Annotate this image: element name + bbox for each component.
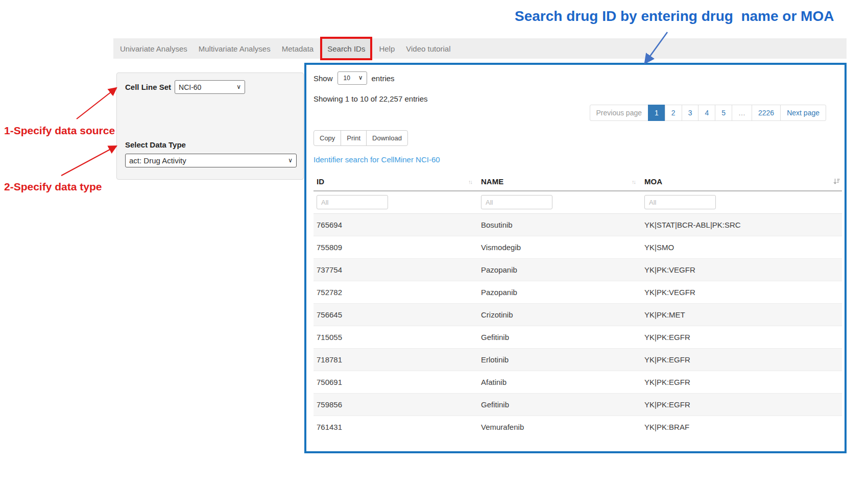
cell-id: 750691 (314, 371, 478, 393)
cell-id: 752782 (314, 281, 478, 303)
cell-name: Gefitinib (478, 393, 641, 416)
nav-tab-univariate-analyses[interactable]: Univariate Analyses (114, 38, 193, 59)
cell-line-set-field: Cell Line Set NCI-60 (125, 80, 245, 94)
cell-name: Vismodegib (478, 236, 641, 258)
filter-cell-moa (641, 191, 842, 213)
cell-name: Crizotinib (478, 303, 641, 326)
nav-tab-metadata[interactable]: Metadata (276, 38, 320, 59)
annotation-step2: 2-Specify data type (4, 181, 102, 193)
table-row[interactable]: 755809VismodegibYK|SMO (314, 236, 842, 258)
pagination-ellipsis: … (732, 105, 752, 121)
data-type-select[interactable]: act: Drug Activity (125, 154, 297, 167)
table-row[interactable]: 715055GefitinibYK|PK:EGFR (314, 326, 842, 348)
table-header-row: ID↑↓NAME↑↓MOA (314, 172, 842, 191)
column-header-moa[interactable]: MOA (641, 172, 842, 191)
pagination-next-button[interactable]: Next page (780, 105, 826, 121)
cell-line-set-select-wrap: NCI-60 (175, 80, 245, 94)
table-row[interactable]: 765694BosutinibYK|STAT|BCR-ABL|PK:SRC (314, 213, 842, 236)
cell-line-set-label: Cell Line Set (125, 83, 171, 91)
table-row[interactable]: 718781ErlotinibYK|PK:EGFR (314, 348, 842, 371)
data-type-label: Select Data Type (125, 140, 186, 149)
nav-tab-multivariate-analyses[interactable]: Multivariate Analyses (193, 38, 276, 59)
red-arrow-2 (61, 146, 116, 176)
sort-both-icon: ↑↓ (632, 179, 635, 185)
pagination-page-2226[interactable]: 2226 (752, 105, 781, 121)
cell-id: 755809 (314, 236, 478, 258)
download-button[interactable]: Download (366, 130, 408, 146)
page: Search drug ID by entering drug name or … (0, 0, 868, 488)
table-row[interactable]: 752782PazopanibYK|PK:VEGFR (314, 281, 842, 303)
cell-moa: YK|PK:VEGFR (641, 258, 842, 281)
cell-name: Gefitinib (478, 326, 641, 348)
column-label-moa: MOA (644, 177, 662, 186)
cell-name: Afatinib (478, 371, 641, 393)
nav-tab-video-tutorial[interactable]: Video tutorial (400, 38, 456, 59)
cell-id: 756645 (314, 303, 478, 326)
filter-input-moa[interactable] (644, 195, 716, 209)
table-filter-row (314, 191, 842, 213)
cell-name: Bosutinib (478, 213, 641, 236)
filter-cell-id (314, 191, 478, 213)
column-header-name[interactable]: NAME↑↓ (478, 172, 641, 191)
options-panel: Cell Line Set NCI-60 Select Data Type ac… (116, 72, 304, 180)
annotation-search-note: Search drug ID by entering drug name or … (515, 8, 834, 25)
cell-id: 715055 (314, 326, 478, 348)
show-label: Show (314, 74, 333, 83)
copy-button[interactable]: Copy (314, 130, 341, 146)
entries-select-wrap: 10 (337, 71, 367, 85)
cell-id: 761431 (314, 416, 478, 438)
cell-id: 765694 (314, 213, 478, 236)
column-label-name: NAME (481, 177, 503, 186)
data-type-select-wrap: act: Drug Activity (125, 154, 297, 167)
cell-moa: YK|PK:EGFR (641, 326, 842, 348)
pagination-page-3[interactable]: 3 (682, 105, 699, 121)
cell-id: 718781 (314, 348, 478, 371)
showing-entries-text: Showing 1 to 10 of 22,257 entries (314, 94, 428, 103)
cell-moa: YK|PK:EGFR (641, 348, 842, 371)
navbar: Univariate AnalysesMultivariate Analyses… (113, 38, 847, 59)
annotation-step1: 1-Specify data source (4, 125, 115, 137)
cell-id: 759856 (314, 393, 478, 416)
table-body: 765694BosutinibYK|STAT|BCR-ABL|PK:SRC755… (314, 213, 842, 438)
sort-both-icon: ↑↓ (468, 179, 472, 185)
cell-line-set-select[interactable]: NCI-60 (175, 80, 245, 94)
pagination: Previous page12345…2226Next page (590, 105, 826, 121)
red-arrow-1 (77, 88, 116, 119)
search-ids-panel: Show 10 entries Showing 1 to 10 of 22,25… (304, 63, 847, 453)
pagination-previous-button[interactable]: Previous page (590, 105, 649, 121)
cell-moa: YK|PK:VEGFR (641, 281, 842, 303)
table-row[interactable]: 759856GefitinibYK|PK:EGFR (314, 393, 842, 416)
show-entries-control: Show 10 entries (314, 71, 395, 85)
pagination-page-4[interactable]: 4 (698, 105, 715, 121)
cell-name: Erlotinib (478, 348, 641, 371)
nav-tab-help[interactable]: Help (373, 38, 400, 59)
entries-suffix: entries (372, 74, 395, 83)
filter-input-id[interactable] (317, 195, 388, 209)
cell-name: Pazopanib (478, 258, 641, 281)
print-button[interactable]: Print (341, 130, 367, 146)
table-row[interactable]: 756645CrizotinibYK|PK:MET (314, 303, 842, 326)
cell-name: Pazopanib (478, 281, 641, 303)
export-button-group: CopyPrintDownload (314, 130, 408, 146)
cell-moa: YK|PK:EGFR (641, 393, 842, 416)
filter-cell-name (478, 191, 641, 213)
cell-moa: YK|SMO (641, 236, 842, 258)
pagination-page-5[interactable]: 5 (715, 105, 732, 121)
filter-input-name[interactable] (481, 195, 552, 209)
table-row[interactable]: 750691AfatinibYK|PK:EGFR (314, 371, 842, 393)
cell-moa: YK|PK:EGFR (641, 371, 842, 393)
nav-tab-search-ids[interactable]: Search IDs (320, 37, 372, 60)
column-header-id[interactable]: ID↑↓ (314, 172, 478, 191)
cell-moa: YK|STAT|BCR-ABL|PK:SRC (641, 213, 842, 236)
entries-per-page-select[interactable]: 10 (337, 71, 367, 85)
identifier-search-link[interactable]: Identifier search for CellMiner NCI-60 (314, 155, 440, 164)
table-row[interactable]: 737754PazopanibYK|PK:VEGFR (314, 258, 842, 281)
column-label-id: ID (317, 177, 324, 186)
pagination-page-2[interactable]: 2 (665, 105, 682, 121)
sort-amount-icon (833, 178, 840, 185)
pagination-page-1[interactable]: 1 (648, 105, 665, 121)
table-row[interactable]: 761431VemurafenibYK|PK:BRAF (314, 416, 842, 438)
cell-name: Vemurafenib (478, 416, 641, 438)
cell-moa: YK|PK:MET (641, 303, 842, 326)
results-table: ID↑↓NAME↑↓MOA 765694BosutinibYK|STAT|BCR… (314, 172, 842, 438)
